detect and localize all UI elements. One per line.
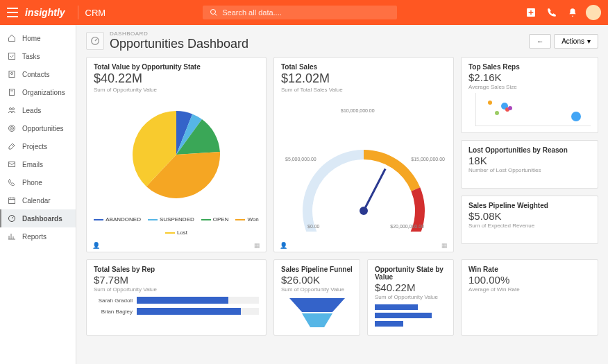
sidebar-item-label: Dashboards bbox=[22, 215, 62, 223]
card-value: $26.00K bbox=[281, 274, 353, 286]
sidebar-item-dashboards[interactable]: Dashboards bbox=[0, 209, 76, 227]
svg-rect-3 bbox=[9, 53, 15, 60]
card-total-sales: Total Sales $12.02M Sum of Total Sales V… bbox=[273, 57, 454, 252]
svg-rect-13 bbox=[9, 198, 15, 204]
card-footer: 👤 ▦ bbox=[280, 242, 448, 249]
svg-point-8 bbox=[12, 108, 15, 110]
sidebar-item-emails[interactable]: Emails bbox=[0, 155, 76, 173]
bar-row: Brian Bagley bbox=[94, 308, 259, 315]
sidebar-item-opportunities[interactable]: Opportunities bbox=[0, 119, 76, 137]
card-subtitle: Number of Lost Opportunities bbox=[468, 167, 591, 173]
legend-item: OPEN bbox=[201, 216, 229, 223]
bar bbox=[375, 304, 418, 310]
add-icon[interactable] bbox=[522, 3, 540, 21]
sidebar-item-label: Opportunities bbox=[22, 125, 63, 132]
breadcrumb: DASHBOARD bbox=[110, 31, 248, 37]
sidebar-item-phone[interactable]: Phone bbox=[0, 173, 76, 191]
divider bbox=[78, 6, 78, 19]
card-subtitle: Sum of Opportunity Value bbox=[94, 87, 259, 93]
chart-icon bbox=[7, 232, 17, 241]
legend-item: Won bbox=[235, 216, 258, 223]
card-value: $7.78M bbox=[94, 274, 259, 286]
sidebar-item-calendar[interactable]: Calendar bbox=[0, 191, 76, 209]
phone-icon bbox=[7, 177, 17, 187]
card-footer: 👤 ▦ bbox=[92, 242, 260, 249]
card-win-rate: Win Rate 100.00% Average of Win Rate bbox=[461, 259, 598, 336]
back-button[interactable]: ← bbox=[529, 34, 551, 49]
card-title: Sales Pipeline Weighted bbox=[468, 202, 591, 209]
search-input[interactable] bbox=[222, 8, 390, 17]
gauge-tick: $15,000,000.00 bbox=[411, 157, 445, 162]
sidebar-item-label: Leads bbox=[22, 107, 41, 114]
bar-label: Sarah Gradoll bbox=[94, 297, 133, 304]
card-value: 18K bbox=[468, 155, 591, 166]
check-icon bbox=[7, 51, 17, 61]
bell-icon[interactable] bbox=[564, 3, 582, 21]
card-title: Total Sales by Rep bbox=[94, 266, 259, 273]
card-subtitle: Sum of Expected Revenue bbox=[468, 223, 591, 229]
grid-icon[interactable]: ▦ bbox=[254, 242, 260, 249]
actions-button[interactable]: Actions▾ bbox=[554, 34, 598, 49]
sidebar-item-reports[interactable]: Reports bbox=[0, 227, 76, 245]
grid-icon[interactable]: ▦ bbox=[441, 242, 448, 249]
sidebar-item-leads[interactable]: Leads bbox=[0, 101, 76, 119]
product-label[interactable]: CRM bbox=[85, 8, 106, 18]
home-icon bbox=[7, 33, 17, 43]
user-icon: 👤 bbox=[280, 242, 287, 249]
search-box[interactable] bbox=[203, 6, 397, 19]
card-subtitle: Sum of Opportunity Value bbox=[375, 294, 446, 300]
page-header: DASHBOARD Opportunities Dashboard ← Acti… bbox=[86, 31, 598, 51]
gauge-tick: $0.00 bbox=[307, 224, 320, 229]
brand-logo[interactable]: insightly bbox=[25, 7, 65, 18]
card-subtitle: Sum of Total Sales Value bbox=[281, 87, 446, 93]
building-icon bbox=[7, 87, 17, 97]
svg-point-5 bbox=[11, 73, 13, 75]
dashboard-icon bbox=[7, 214, 17, 223]
sidebar-item-label: Home bbox=[22, 35, 41, 42]
sidebar: Home Tasks Contacts Organizations Leads … bbox=[0, 25, 76, 364]
menu-icon[interactable] bbox=[7, 8, 18, 17]
card-value: $12.02M bbox=[281, 71, 446, 86]
avatar[interactable] bbox=[586, 5, 601, 20]
bar-label: Brian Bagley bbox=[94, 309, 133, 315]
bar bbox=[375, 321, 403, 327]
phone-icon[interactable] bbox=[543, 3, 561, 21]
page-title: Opportunities Dashboard bbox=[110, 37, 248, 51]
sidebar-item-label: Phone bbox=[22, 179, 42, 187]
top-bar: insightly CRM bbox=[0, 0, 608, 25]
card-title: Opportunity State by Value bbox=[375, 266, 446, 281]
bar bbox=[375, 313, 432, 318]
card-title: Sales Pipeline Funnel bbox=[281, 266, 353, 273]
sidebar-item-label: Projects bbox=[22, 143, 47, 150]
sidebar-item-projects[interactable]: Projects bbox=[0, 137, 76, 155]
brand-text: insightly bbox=[25, 7, 65, 18]
card-title: Total Value by Opportunity State bbox=[94, 63, 259, 71]
sidebar-item-tasks[interactable]: Tasks bbox=[0, 47, 76, 65]
svg-line-1 bbox=[215, 14, 217, 16]
leads-icon bbox=[7, 105, 17, 115]
pie-chart bbox=[94, 103, 259, 207]
bar-row: Sarah Gradoll bbox=[94, 297, 259, 304]
sidebar-item-organizations[interactable]: Organizations bbox=[0, 83, 76, 101]
card-top-sales-reps: Top Sales Reps $2.16K Average Sales Size bbox=[461, 57, 598, 133]
legend-item: ABANDONED bbox=[94, 216, 141, 223]
sidebar-item-home[interactable]: Home bbox=[0, 29, 76, 47]
sidebar-item-label: Tasks bbox=[22, 53, 40, 60]
sidebar-item-label: Emails bbox=[22, 161, 43, 168]
card-title: Total Sales bbox=[281, 63, 446, 71]
card-lost-opportunities: Lost Opportunities by Reason 18K Number … bbox=[461, 140, 598, 189]
card-title: Top Sales Reps bbox=[468, 63, 591, 71]
sidebar-item-contacts[interactable]: Contacts bbox=[0, 65, 76, 83]
svg-point-17 bbox=[360, 207, 368, 215]
sidebar-item-label: Organizations bbox=[22, 89, 65, 96]
card-title: Win Rate bbox=[468, 266, 591, 273]
card-subtitle: Average Sales Size bbox=[468, 84, 591, 90]
actions-label: Actions bbox=[561, 37, 584, 45]
mail-icon bbox=[7, 159, 17, 169]
card-value: 100.00% bbox=[468, 274, 591, 286]
svg-line-16 bbox=[364, 169, 385, 211]
funnel-chart bbox=[281, 298, 353, 327]
sidebar-item-label: Contacts bbox=[22, 71, 49, 78]
target-icon bbox=[7, 123, 17, 133]
card-pipeline-funnel: Sales Pipeline Funnel $26.00K Sum of Opp… bbox=[273, 259, 360, 336]
